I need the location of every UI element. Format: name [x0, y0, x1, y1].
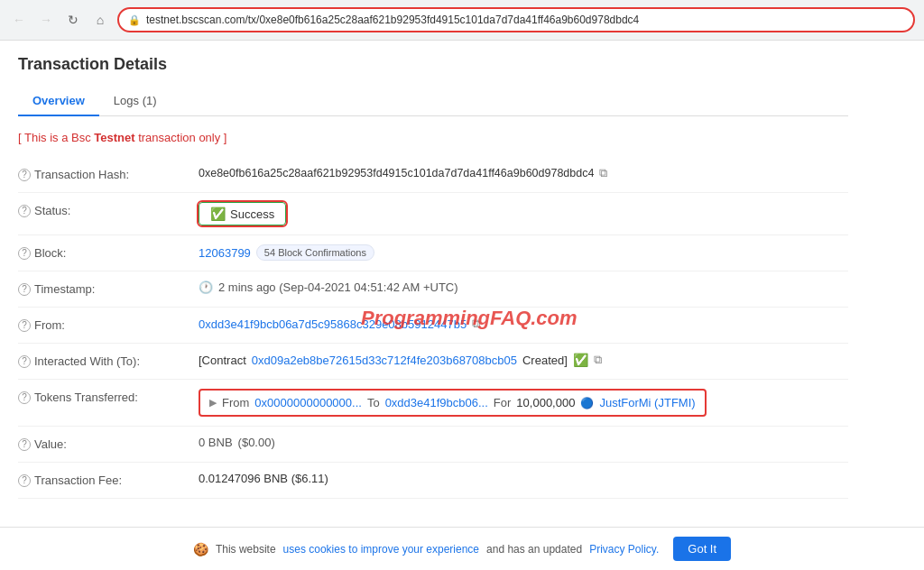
timestamp-label: ? Timestamp: — [18, 280, 199, 296]
page-title: Transaction Details — [18, 55, 848, 74]
value-label: ? Value: — [18, 436, 199, 451]
status-value: ✅ Success — [199, 202, 848, 225]
help-icon-status[interactable]: ? — [18, 205, 31, 217]
tab-overview[interactable]: Overview — [18, 87, 99, 116]
block-link[interactable]: 12063799 — [199, 246, 251, 260]
page-content: Transaction Details Overview Logs (1) [ … — [0, 41, 866, 513]
usd-amount: ($0.00) — [238, 436, 275, 449]
forward-button[interactable]: → — [36, 10, 56, 30]
copy-hash-icon[interactable]: ⧉ — [599, 166, 607, 180]
value-value: 0 BNB ($0.00) — [199, 436, 848, 449]
help-icon-from[interactable]: ? — [18, 319, 31, 332]
tab-logs[interactable]: Logs (1) — [99, 87, 171, 116]
address-bar[interactable]: 🔒 testnet.bscscan.com/tx/0xe8e0fb616a25c… — [117, 7, 915, 32]
bnb-amount: 0 BNB — [199, 436, 233, 449]
lock-icon: 🔒 — [128, 14, 141, 26]
success-icon: ✅ — [210, 207, 226, 221]
help-icon-block[interactable]: ? — [18, 247, 31, 260]
status-label: ? Status: — [18, 202, 199, 217]
help-icon-ts[interactable]: ? — [18, 283, 31, 296]
fee-label: ? Transaction Fee: — [18, 472, 199, 487]
from-address-link[interactable]: 0xdd3e41f9bcb06a7d5c95868c329e08b5912447… — [199, 317, 467, 331]
from-row: ? From: 0xdd3e41f9bcb06a7d5c95868c329e08… — [18, 308, 848, 344]
token-from-link[interactable]: 0x0000000000000... — [254, 396, 362, 409]
interacted-row: ? Interacted With (To): [Contract 0xd09a… — [18, 344, 848, 380]
verified-icon: ✅ — [573, 353, 588, 367]
block-value: 12063799 54 Block Confirmations — [199, 244, 848, 261]
tokens-label: ? Tokens Transferred: — [18, 389, 199, 404]
testnet-notice: [ This is a Bsc Testnet transaction only… — [18, 131, 848, 144]
token-amount: 10,000,000 — [516, 396, 575, 409]
copy-interacted-icon[interactable]: ⧉ — [594, 353, 602, 367]
token-to-link[interactable]: 0xdd3e41f9bcb06... — [385, 396, 488, 409]
help-icon-fee[interactable]: ? — [18, 474, 31, 487]
help-icon-interacted[interactable]: ? — [18, 355, 31, 368]
help-icon-value[interactable]: ? — [18, 438, 31, 451]
transaction-hash-row: ? Transaction Hash: 0xe8e0fb616a25c28aaf… — [18, 157, 848, 193]
status-row: ? Status: ✅ Success — [18, 193, 848, 235]
tokens-box: ▶ From 0x0000000000000... To 0xdd3e41f9b… — [199, 389, 707, 417]
interacted-address-link[interactable]: 0xd09a2eb8be72615d33c712f4fe203b68708bcb… — [252, 354, 517, 367]
home-button[interactable]: ⌂ — [90, 10, 110, 30]
browser-chrome: ← → ↻ ⌂ 🔒 testnet.bscscan.com/tx/0xe8e0f… — [0, 0, 924, 41]
tabs-container: Overview Logs (1) — [18, 87, 848, 116]
block-confirmations: 54 Block Confirmations — [256, 244, 374, 261]
token-name-link[interactable]: JustForMi (JTFMI) — [599, 396, 695, 409]
help-icon[interactable]: ? — [18, 169, 31, 181]
block-row: ? Block: 12063799 54 Block Confirmations — [18, 235, 848, 271]
token-expand-icon[interactable]: ▶ — [209, 397, 217, 409]
fee-value: 0.01247096 BNB ($6.11) — [199, 472, 848, 485]
copy-from-icon[interactable]: ⧉ — [472, 317, 480, 331]
back-button[interactable]: ← — [9, 10, 29, 30]
timestamp-text: 2 mins ago (Sep-04-2021 04:51:42 AM +UTC… — [218, 280, 458, 294]
transaction-hash-label: ? Transaction Hash: — [18, 166, 199, 181]
status-badge: ✅ Success — [199, 202, 286, 225]
timestamp-value: 🕐 2 mins ago (Sep-04-2021 04:51:42 AM +U… — [199, 280, 848, 294]
block-label: ? Block: — [18, 244, 199, 260]
value-row: ? Value: 0 BNB ($0.00) — [18, 427, 848, 463]
token-icon: 🔵 — [580, 397, 594, 409]
interacted-value: [Contract 0xd09a2eb8be72615d33c712f4fe20… — [199, 353, 848, 367]
tokens-row: ? Tokens Transferred: ▶ From 0x000000000… — [18, 380, 848, 427]
reload-button[interactable]: ↻ — [63, 10, 83, 30]
clock-icon: 🕐 — [199, 280, 213, 294]
from-value: 0xdd3e41f9bcb06a7d5c95868c329e08b5912447… — [199, 317, 848, 331]
transaction-hash-value: 0xe8e0fb616a25c28aaf621b92953fd4915c101d… — [199, 166, 848, 180]
tokens-value: ▶ From 0x0000000000000... To 0xdd3e41f9b… — [199, 389, 848, 417]
fee-row: ? Transaction Fee: 0.01247096 BNB ($6.11… — [18, 463, 848, 499]
interacted-label: ? Interacted With (To): — [18, 353, 199, 368]
url-text: testnet.bscscan.com/tx/0xe8e0fb616a25c28… — [146, 14, 904, 26]
timestamp-row: ? Timestamp: 🕐 2 mins ago (Sep-04-2021 0… — [18, 271, 848, 308]
help-icon-tokens[interactable]: ? — [18, 391, 31, 404]
from-label: ? From: — [18, 317, 199, 332]
